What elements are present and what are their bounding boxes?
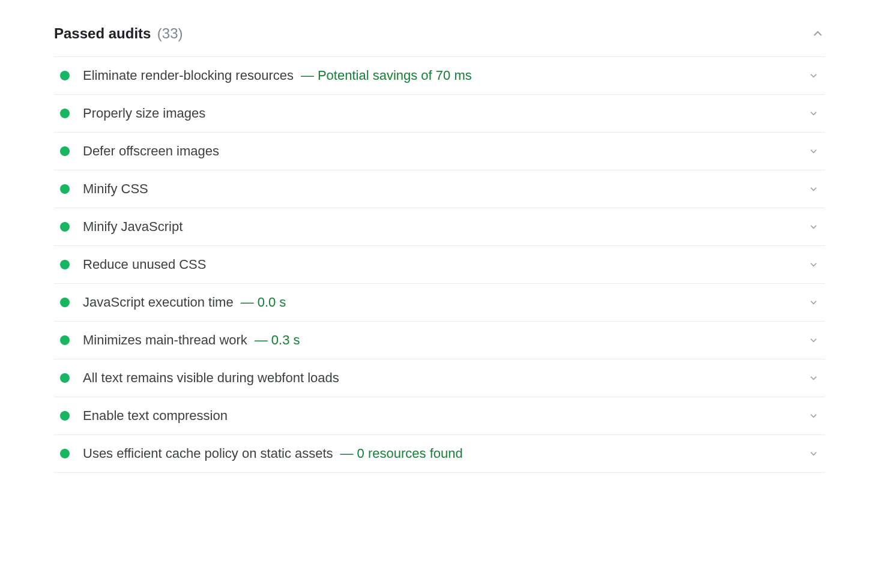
audit-left: Uses efficient cache policy on static as… [60,446,463,461]
passed-audits-header[interactable]: Passed audits (33) [54,18,825,56]
audit-row[interactable]: Minify CSS [54,170,825,208]
chevron-down-icon [808,221,819,232]
audit-label: Minify JavaScript [83,219,183,234]
audit-text: Minimizes main-thread work—0.3 s [83,332,300,348]
pass-dot-icon [60,222,70,232]
audit-detail-text: 0 resources found [357,446,463,461]
audit-left: Minify JavaScript [60,219,183,235]
audit-detail: —0.0 s [241,295,286,310]
audit-detail: —0.3 s [255,332,300,347]
audit-left: Eliminate render-blocking resources—Pote… [60,68,472,83]
audit-text: Uses efficient cache policy on static as… [83,446,463,461]
audit-label: JavaScript execution time [83,295,234,310]
section-count: (33) [157,25,183,41]
audit-text: Reduce unused CSS [83,257,206,272]
audit-row[interactable]: Reduce unused CSS [54,246,825,284]
audit-left: Reduce unused CSS [60,257,206,272]
audit-left: Properly size images [60,106,205,121]
pass-dot-icon [60,71,70,80]
audit-text: Eliminate render-blocking resources—Pote… [83,68,472,83]
audit-detail: —0 resources found [340,446,463,461]
chevron-down-icon [808,146,819,157]
audit-label: Defer offscreen images [83,143,219,158]
section-title-wrap: Passed audits (33) [54,25,183,42]
audit-row[interactable]: Properly size images [54,95,825,133]
audit-text: Minify CSS [83,181,148,197]
audit-left: Defer offscreen images [60,143,219,159]
dash-icon: — [301,68,314,83]
pass-dot-icon [60,335,70,345]
audit-left: Enable text compression [60,408,228,424]
audit-text: Enable text compression [83,408,228,424]
pass-dot-icon [60,373,70,383]
pass-dot-icon [60,298,70,307]
audit-row[interactable]: All text remains visible during webfont … [54,359,825,397]
pass-dot-icon [60,184,70,194]
audit-row[interactable]: Minify JavaScript [54,208,825,246]
audit-detail-text: Potential savings of 70 ms [318,68,472,83]
chevron-up-icon [811,26,825,41]
chevron-down-icon [808,335,819,346]
audit-detail: —Potential savings of 70 ms [301,68,472,83]
chevron-down-icon [808,184,819,194]
audit-list: Eliminate render-blocking resources—Pote… [54,56,825,473]
audit-text: Defer offscreen images [83,143,219,159]
audit-label: Reduce unused CSS [83,257,206,272]
audit-left: Minimizes main-thread work—0.3 s [60,332,300,348]
chevron-down-icon [808,70,819,81]
audit-row[interactable]: Eliminate render-blocking resources—Pote… [54,57,825,95]
audit-row[interactable]: Enable text compression [54,397,825,435]
audit-left: Minify CSS [60,181,148,197]
dash-icon: — [255,332,268,347]
audit-label: Enable text compression [83,408,228,423]
chevron-down-icon [808,373,819,383]
pass-dot-icon [60,260,70,269]
audit-label: Properly size images [83,106,205,121]
pass-dot-icon [60,109,70,118]
audit-row[interactable]: JavaScript execution time—0.0 s [54,284,825,322]
pass-dot-icon [60,449,70,458]
chevron-down-icon [808,108,819,119]
audit-label: Uses efficient cache policy on static as… [83,446,333,461]
audit-text: JavaScript execution time—0.0 s [83,295,286,310]
audit-detail-text: 0.3 s [271,332,300,347]
audit-label: Minimizes main-thread work [83,332,247,347]
audit-row[interactable]: Uses efficient cache policy on static as… [54,435,825,473]
chevron-down-icon [808,297,819,308]
chevron-down-icon [808,448,819,459]
audit-label: All text remains visible during webfont … [83,370,339,385]
audit-text: Properly size images [83,106,205,121]
chevron-down-icon [808,410,819,421]
audit-label: Eliminate render-blocking resources [83,68,294,83]
audit-label: Minify CSS [83,181,148,196]
audit-left: JavaScript execution time—0.0 s [60,295,286,310]
audit-row[interactable]: Minimizes main-thread work—0.3 s [54,322,825,359]
chevron-down-icon [808,259,819,270]
audit-detail-text: 0.0 s [258,295,286,310]
audit-left: All text remains visible during webfont … [60,370,339,386]
dash-icon: — [340,446,354,461]
pass-dot-icon [60,411,70,421]
pass-dot-icon [60,146,70,156]
audit-text: Minify JavaScript [83,219,183,235]
audit-row[interactable]: Defer offscreen images [54,133,825,170]
audit-text: All text remains visible during webfont … [83,370,339,386]
section-title: Passed audits [54,25,151,41]
dash-icon: — [241,295,254,310]
